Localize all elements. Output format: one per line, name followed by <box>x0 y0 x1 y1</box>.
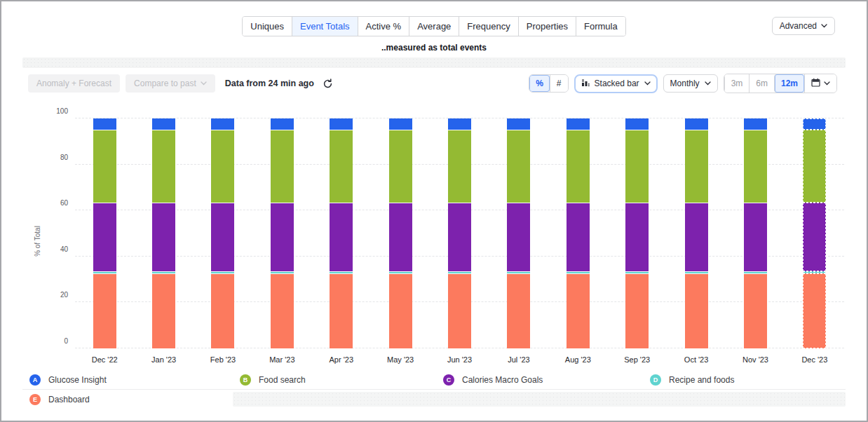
bar-segment[interactable] <box>152 118 175 130</box>
legend-item-c[interactable]: CCalories Macro Goals <box>436 374 643 386</box>
stacked-bar-oct-23 <box>685 118 708 348</box>
interval-select[interactable]: Monthly <box>663 74 718 93</box>
bar-segment[interactable] <box>389 203 412 271</box>
bar-segment[interactable] <box>803 130 826 202</box>
bar-segment[interactable] <box>685 273 708 348</box>
tab-uniques[interactable]: Uniques <box>243 17 292 36</box>
bar-segment[interactable] <box>744 273 767 348</box>
bar-slot <box>134 118 193 348</box>
bar-segment[interactable] <box>625 273 649 348</box>
number-toggle-button[interactable]: # <box>550 75 568 92</box>
range-6m-button[interactable]: 6m <box>749 74 774 93</box>
advanced-button[interactable]: Advanced <box>772 17 835 35</box>
anomaly-forecast-label: Anomaly + Forecast <box>36 79 111 88</box>
bar-segment[interactable] <box>389 130 412 202</box>
bar-segment[interactable] <box>685 130 708 202</box>
bar-segment[interactable] <box>211 273 234 348</box>
bar-segment[interactable] <box>744 130 767 202</box>
bar-slot <box>548 118 607 348</box>
bar-segment[interactable] <box>152 130 175 202</box>
compare-to-past-button[interactable]: Compare to past <box>126 74 215 93</box>
bar-segment[interactable] <box>93 118 116 130</box>
bar-segment[interactable] <box>507 118 530 130</box>
tab-average[interactable]: Average <box>409 17 459 36</box>
bar-segment[interactable] <box>625 203 649 271</box>
bar-segment[interactable] <box>567 203 590 271</box>
tab-properties[interactable]: Properties <box>518 17 576 36</box>
bar-segment[interactable] <box>211 118 234 130</box>
bar-segment[interactable] <box>448 118 471 130</box>
bar-segment[interactable] <box>152 203 175 271</box>
x-axis-label: Jun '23 <box>430 355 489 364</box>
range-12m-button[interactable]: 12m <box>774 74 804 93</box>
bar-slot <box>312 118 371 348</box>
bar-segment[interactable] <box>625 118 649 130</box>
bar-segment[interactable] <box>211 130 234 202</box>
bar-segment[interactable] <box>507 130 530 202</box>
legend-item-a[interactable]: AGlucose Insight <box>22 374 233 386</box>
x-axis-label: Apr '23 <box>312 355 371 364</box>
y-tick-label: 80 <box>43 153 68 161</box>
bar-segment[interactable] <box>330 203 353 271</box>
bar-segment[interactable] <box>685 118 708 130</box>
bar-slot <box>667 118 726 348</box>
stacked-bar-dec-23 <box>803 118 826 348</box>
legend-item-e[interactable]: EDashboard <box>22 394 233 405</box>
bar-segment[interactable] <box>448 130 471 202</box>
stacked-bar-jun-23 <box>448 118 471 348</box>
legend-item-d[interactable]: DRecipe and foods <box>643 374 846 386</box>
bar-segment[interactable] <box>93 130 116 202</box>
bar-segment[interactable] <box>507 203 530 271</box>
bar-segment[interactable] <box>271 273 294 348</box>
stacked-bar-nov-23 <box>744 118 767 348</box>
collapsed-events-strip[interactable] <box>22 57 846 68</box>
stacked-bar-apr-23 <box>330 118 353 348</box>
legend-item-b[interactable]: BFood search <box>233 374 436 386</box>
anomaly-forecast-button[interactable]: Anomaly + Forecast <box>28 74 120 93</box>
bar-segment[interactable] <box>389 118 412 130</box>
advanced-button-label: Advanced <box>780 21 817 31</box>
bar-segment[interactable] <box>330 118 353 130</box>
tab-event-totals[interactable]: Event Totals <box>292 17 358 36</box>
tab-active-[interactable]: Active % <box>358 17 409 36</box>
bar-segment[interactable] <box>685 203 708 271</box>
percent-toggle-button[interactable]: % <box>529 75 550 92</box>
bar-segment[interactable] <box>389 273 412 348</box>
tab-formula[interactable]: Formula <box>576 17 625 36</box>
bar-segment[interactable] <box>152 273 175 348</box>
date-range-group: 3m6m12m <box>724 74 837 93</box>
range-3m-button[interactable]: 3m <box>724 74 750 93</box>
bar-segment[interactable] <box>744 118 767 130</box>
bar-segment[interactable] <box>507 273 530 348</box>
bar-segment[interactable] <box>271 118 294 130</box>
bar-segment[interactable] <box>567 273 590 348</box>
stacked-bar-icon <box>581 79 590 89</box>
bar-segment[interactable] <box>744 203 767 271</box>
y-tick-label: 40 <box>43 245 68 252</box>
bar-segment[interactable] <box>803 273 826 348</box>
bar-segment[interactable] <box>93 203 116 271</box>
bar-segment[interactable] <box>93 273 116 348</box>
bar-segment[interactable] <box>271 203 294 271</box>
bar-slot <box>785 118 844 348</box>
bar-segment[interactable] <box>803 118 826 130</box>
series-marker-d: D <box>650 374 661 386</box>
bar-segment[interactable] <box>330 130 353 202</box>
bar-segment[interactable] <box>448 203 471 271</box>
tab-frequency[interactable]: Frequency <box>459 17 517 36</box>
chart-toolbar: Anomaly + Forecast Compare to past Data … <box>28 74 837 93</box>
measured-as-subtitle: ..measured as total events <box>1 43 867 53</box>
bar-segment[interactable] <box>271 130 294 202</box>
refresh-icon[interactable] <box>323 79 333 89</box>
bar-segment[interactable] <box>211 203 234 271</box>
bar-slot <box>371 118 430 348</box>
bar-segment[interactable] <box>625 130 649 202</box>
bar-segment[interactable] <box>567 118 590 130</box>
bar-segment[interactable] <box>567 130 590 202</box>
calendar-button[interactable] <box>804 74 836 93</box>
bar-segment[interactable] <box>330 273 353 348</box>
bar-segment[interactable] <box>448 273 471 348</box>
legend-row-2: EDashboard <box>22 390 846 409</box>
chart-type-select[interactable]: Stacked bar <box>574 74 658 93</box>
bar-segment[interactable] <box>803 203 826 271</box>
